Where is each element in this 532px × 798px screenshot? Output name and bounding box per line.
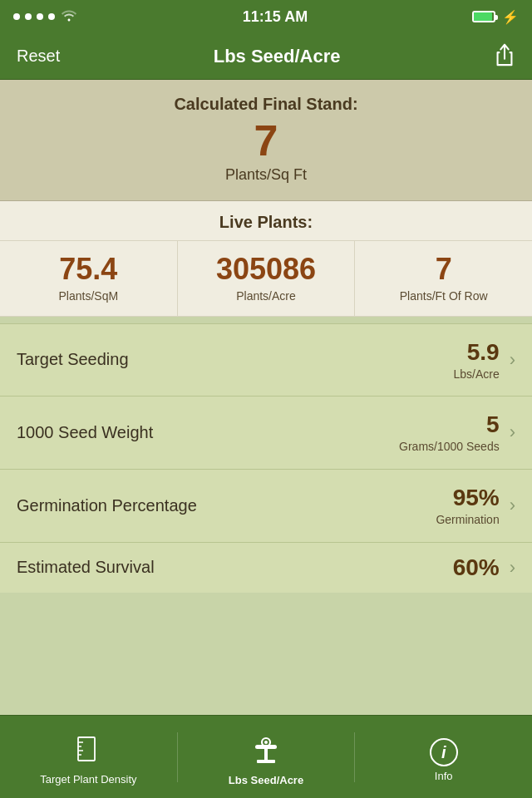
live-plant-row: 7 Plants/Ft Of Row — [355, 241, 532, 316]
tab-target-label: Target Plant Density — [40, 773, 136, 786]
germination-value: 95% — [436, 485, 499, 511]
scale-icon — [250, 735, 282, 771]
survival-label: Estimated Survival — [17, 558, 453, 577]
final-stand-unit: Plants/Sq Ft — [17, 166, 515, 184]
svg-point-10 — [264, 741, 268, 744]
seed-weight-unit: Grams/1000 Seeds — [399, 440, 500, 453]
live-plant-sqm-value: 75.4 — [7, 253, 170, 286]
status-time: 11:15 AM — [243, 8, 308, 26]
scale-svg — [250, 735, 282, 766]
signal-dot-2 — [25, 13, 32, 20]
germination-value-wrap: 95% Germination — [436, 485, 499, 526]
target-seeding-value: 5.9 — [453, 339, 499, 366]
settings-section: Target Seeding 5.9 Lbs/Acre › 1000 Seed … — [0, 323, 532, 593]
target-seeding-chevron: › — [510, 349, 515, 371]
signal-dot-3 — [37, 13, 43, 20]
share-button[interactable] — [494, 42, 515, 71]
live-plant-acre: 305086 Plants/Acre — [178, 241, 356, 316]
germination-row[interactable]: Germination Percentage 95% Germination › — [0, 470, 532, 543]
survival-value: 60% — [453, 554, 500, 581]
nav-bar: Reset Lbs Seed/Acre — [0, 33, 532, 80]
germination-chevron: › — [510, 495, 515, 516]
target-seeding-value-wrap: 5.9 Lbs/Acre — [453, 339, 499, 381]
info-icon: i — [430, 738, 458, 766]
live-plant-acre-value: 305086 — [185, 253, 348, 286]
survival-row[interactable]: Estimated Survival 60% › — [0, 543, 532, 593]
tab-info-label: Info — [435, 770, 453, 782]
ruler-icon — [75, 736, 101, 770]
wifi-icon — [60, 8, 78, 26]
final-stand-title: Calculated Final Stand: — [17, 95, 515, 114]
charging-icon: ⚡ — [502, 9, 519, 25]
seed-weight-row[interactable]: 1000 Seed Weight 5 Grams/1000 Seeds › — [0, 397, 532, 470]
tab-target-plant-density[interactable]: Target Plant Density — [0, 729, 177, 786]
svg-rect-1 — [78, 737, 95, 761]
page-title: Lbs Seed/Acre — [214, 46, 341, 67]
live-plant-row-label: Plants/Ft Of Row — [362, 289, 525, 303]
svg-rect-7 — [264, 748, 268, 760]
seed-weight-value: 5 — [399, 411, 500, 438]
live-plant-acre-label: Plants/Acre — [185, 289, 348, 303]
target-seeding-label: Target Seeding — [17, 350, 453, 369]
target-seeding-row[interactable]: Target Seeding 5.9 Lbs/Acre › — [0, 323, 532, 397]
signal-dot-1 — [13, 13, 20, 20]
reset-button[interactable]: Reset — [17, 47, 60, 66]
status-bar: 11:15 AM ⚡ — [0, 0, 532, 33]
status-left — [13, 8, 78, 26]
seed-weight-value-wrap: 5 Grams/1000 Seeds — [399, 411, 500, 453]
survival-chevron: › — [510, 557, 515, 579]
seed-weight-chevron: › — [510, 421, 515, 443]
svg-rect-6 — [257, 760, 275, 763]
survival-value-wrap: 60% — [453, 554, 500, 581]
signal-dot-4 — [48, 13, 55, 20]
germination-unit: Germination — [436, 513, 499, 526]
live-plant-sqm: 75.4 Plants/SqM — [0, 241, 178, 316]
ruler-svg — [75, 736, 101, 766]
tab-info[interactable]: i Info — [355, 732, 532, 782]
tab-bar: Target Plant Density Lbs Seed/Acre i Inf… — [0, 715, 532, 798]
live-plants-values: 75.4 Plants/SqM 305086 Plants/Acre 7 Pla… — [0, 240, 532, 316]
status-right: ⚡ — [472, 9, 519, 25]
live-plant-row-value: 7 — [362, 253, 525, 286]
live-plants-section: Live Plants: 75.4 Plants/SqM 305086 Plan… — [0, 201, 532, 317]
live-plants-title: Live Plants: — [0, 201, 532, 240]
final-stand-section: Calculated Final Stand: 7 Plants/Sq Ft — [0, 80, 532, 201]
tab-lbs-label: Lbs Seed/Acre — [229, 774, 303, 786]
battery-icon — [472, 11, 495, 22]
share-icon — [494, 42, 515, 66]
tab-lbs-seed-acre[interactable]: Lbs Seed/Acre — [178, 728, 355, 786]
final-stand-value: 7 — [17, 117, 515, 165]
seed-weight-label: 1000 Seed Weight — [17, 423, 399, 442]
target-seeding-unit: Lbs/Acre — [453, 367, 499, 381]
live-plant-sqm-label: Plants/SqM — [7, 289, 170, 303]
germination-label: Germination Percentage — [17, 496, 436, 515]
